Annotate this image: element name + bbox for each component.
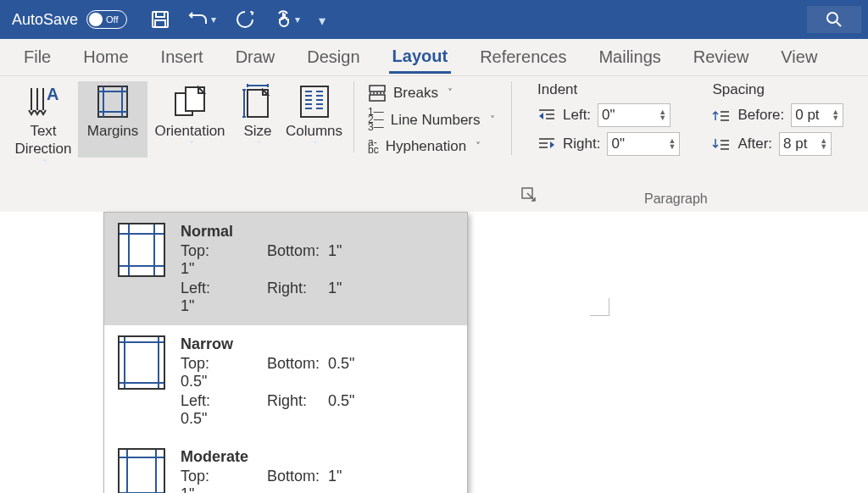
orientation-label: Orientation <box>154 122 225 140</box>
breaks-icon <box>368 85 387 102</box>
chevron-down-icon: ˅ <box>189 140 194 152</box>
columns-icon <box>294 83 335 120</box>
document-canvas[interactable] <box>471 212 863 493</box>
tab-file[interactable]: File <box>20 42 54 72</box>
indent-right-label: Right: <box>563 136 600 152</box>
size-button[interactable]: Size ˅ <box>232 81 283 152</box>
spacing-header: Spacing <box>712 81 843 98</box>
preset-name: Normal <box>181 223 453 241</box>
spacing-group: Spacing Before: 0 pt▲▼ After: 8 pt▲▼ <box>700 81 843 156</box>
size-label: Size <box>243 122 271 140</box>
tab-design[interactable]: Design <box>303 42 363 72</box>
margin-preset-moderate[interactable]: ModerateTop:1"Bottom:1"Left:0.75"Right:0… <box>104 438 467 493</box>
spacing-after-input[interactable]: 8 pt▲▼ <box>779 132 832 156</box>
preset-name: Narrow <box>181 335 453 353</box>
margins-icon <box>92 83 133 120</box>
svg-rect-1 <box>156 12 164 17</box>
breaks-button[interactable]: Breaks˅ <box>368 85 503 102</box>
page-setup-launcher-icon[interactable] <box>520 186 537 203</box>
spinner-icon[interactable]: ▲▼ <box>659 109 666 121</box>
spacing-after-icon <box>712 136 731 152</box>
text-direction-button[interactable]: A Text Direction ˅ <box>8 81 78 171</box>
spacing-before-input[interactable]: 0 pt▲▼ <box>791 103 843 127</box>
tab-home[interactable]: Home <box>80 42 131 72</box>
margin-preset-icon <box>118 448 165 493</box>
svg-rect-19 <box>301 86 328 117</box>
chevron-down-icon: ˅ <box>257 140 262 152</box>
margin-preset-icon <box>118 335 165 390</box>
margins-dropdown: NormalTop:1"Bottom:1"Left:1"Right:1"Narr… <box>103 212 468 493</box>
ribbon-tabs: FileHomeInsertDrawDesignLayoutReferences… <box>0 39 868 76</box>
hyphenation-button[interactable]: a-bc Hyphenation˅ <box>368 138 503 155</box>
save-icon[interactable] <box>151 10 170 29</box>
svg-rect-31 <box>370 95 385 101</box>
redo-icon[interactable] <box>235 9 255 30</box>
text-direction-icon: A <box>23 83 64 120</box>
touch-mode-icon[interactable]: ▾ <box>274 9 300 30</box>
tab-insert[interactable]: Insert <box>158 42 207 72</box>
svg-text:A: A <box>47 85 58 103</box>
orientation-icon <box>170 83 210 120</box>
indent-left-label: Left: <box>563 107 591 124</box>
page-setup-extra: Breaks˅ 1—2—3— Line Numbers˅ a-bc Hyphen… <box>368 81 512 155</box>
indent-group: Indent Left: 0"▲▼ Right: 0"▲▼ <box>526 81 680 156</box>
customize-qat-icon[interactable]: ▾ <box>319 13 326 29</box>
orientation-button[interactable]: Orientation ˅ <box>147 81 232 152</box>
text-direction-label: Text Direction <box>8 122 78 158</box>
indent-left-icon <box>537 108 556 123</box>
chevron-down-icon: ˅ <box>313 140 318 152</box>
tab-layout[interactable]: Layout <box>389 42 452 74</box>
autosave-toggle[interactable]: Off <box>86 10 127 29</box>
spinner-icon[interactable]: ▲▼ <box>832 109 839 121</box>
spinner-icon[interactable]: ▲▼ <box>820 138 827 150</box>
indent-left-input[interactable]: 0"▲▼ <box>598 103 670 127</box>
line-numbers-icon: 1—2—3— <box>368 108 384 131</box>
autosave-toggle-knob <box>89 13 103 26</box>
spacing-before-icon <box>712 108 731 123</box>
svg-rect-2 <box>155 20 165 27</box>
indent-right-input[interactable]: 0"▲▼ <box>607 132 680 156</box>
tab-view[interactable]: View <box>777 42 821 72</box>
margins-button[interactable]: Margins ˅ <box>78 81 147 158</box>
hyphenation-icon: a-bc <box>368 139 379 154</box>
preset-name: Moderate <box>181 448 453 466</box>
chevron-down-icon: ˅ <box>476 141 481 152</box>
title-bar: AutoSave Off ▾ ▾ ▾ <box>0 0 868 39</box>
chevron-down-icon: ˅ <box>448 87 453 99</box>
margin-preset-icon <box>118 223 165 277</box>
spacing-before-label: Before: <box>737 107 784 124</box>
paragraph-group-label: Paragraph <box>644 191 708 207</box>
columns-button[interactable]: Columns ˅ <box>283 81 354 152</box>
search-button[interactable] <box>807 6 861 33</box>
autosave-label: AutoSave <box>12 11 78 29</box>
chevron-down-icon: ˅ <box>42 158 47 171</box>
columns-label: Columns <box>286 122 342 140</box>
tab-draw[interactable]: Draw <box>232 42 279 72</box>
tab-review[interactable]: Review <box>690 42 753 72</box>
search-icon <box>826 11 843 28</box>
tab-references[interactable]: References <box>476 42 570 72</box>
svg-point-3 <box>827 13 837 23</box>
indent-right-icon <box>537 136 556 152</box>
size-icon <box>237 83 278 120</box>
quick-access-toolbar: ▾ ▾ ▾ <box>151 9 326 30</box>
margins-label: Margins <box>87 122 138 140</box>
svg-rect-30 <box>370 86 385 91</box>
chevron-down-icon: ˅ <box>112 140 117 152</box>
chevron-down-icon: ˅ <box>490 114 495 126</box>
margin-preset-narrow[interactable]: NarrowTop:0.5"Bottom:0.5"Left:0.5"Right:… <box>104 325 467 438</box>
ribbon-layout: A Text Direction ˅ Margins ˅ Orientation… <box>0 76 868 212</box>
line-numbers-button[interactable]: 1—2—3— Line Numbers˅ <box>368 108 503 131</box>
autosave-state: Off <box>106 14 118 25</box>
spinner-icon[interactable]: ▲▼ <box>669 138 676 150</box>
undo-icon[interactable]: ▾ <box>188 10 216 29</box>
margin-preset-normal[interactable]: NormalTop:1"Bottom:1"Left:1"Right:1" <box>104 213 467 325</box>
tab-mailings[interactable]: Mailings <box>595 42 664 72</box>
indent-header: Indent <box>537 81 680 98</box>
spacing-after-label: After: <box>737 136 772 152</box>
